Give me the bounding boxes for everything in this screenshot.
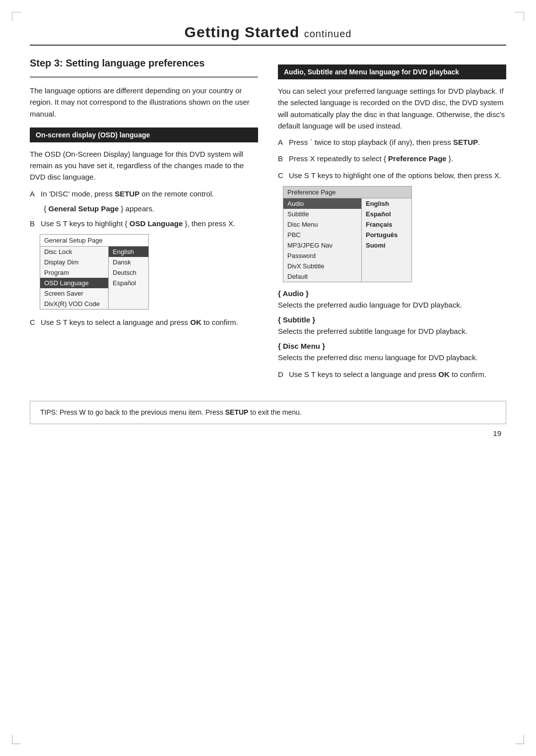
osd-section-header: On-screen display (OSD) language bbox=[30, 127, 258, 142]
sub-step-appears: { General Setup Page } appears. bbox=[40, 204, 258, 213]
osd-row-disc-lock: Disc Lock bbox=[40, 247, 108, 257]
subtitle-brace-title: { Subtitle } bbox=[278, 315, 506, 324]
right-step-d-content: Use S T keys to select a language and pr… bbox=[289, 369, 506, 380]
right-step-c-content: Use S T keys to highlight one of the opt… bbox=[289, 170, 506, 181]
right-step-c: C Use S T keys to highlight one of the o… bbox=[278, 170, 506, 181]
right-step-a-letter: A bbox=[278, 136, 285, 148]
pref-row-default: Default bbox=[283, 271, 361, 282]
step-b-content: Use S T keys to highlight { OSD Language… bbox=[41, 218, 258, 229]
pref-row-password: Password bbox=[283, 251, 361, 261]
osd-lang-deutsch: Deutsch bbox=[109, 267, 148, 278]
osd-body-text: The OSD (On-Screen Display) language for… bbox=[30, 148, 258, 183]
right-column: Audio, Subtitle and Menu language for DV… bbox=[278, 57, 506, 385]
tips-text: TIPS: Press W to go back to the previous… bbox=[40, 408, 302, 416]
pref-row-disc-menu: Disc Menu bbox=[283, 219, 361, 230]
pref-table-body: Audio Subtitle Disc Menu PBC MP3/JPEG Na… bbox=[283, 198, 411, 282]
pref-lang-portugues: Português bbox=[362, 230, 411, 240]
osd-row-osd-language: OSD Language bbox=[40, 278, 108, 288]
right-step-b-content: Press X repeatedly to select { Preferenc… bbox=[289, 153, 506, 164]
audio-brace-title: { Audio } bbox=[278, 289, 506, 298]
pref-lang-francais: Français bbox=[362, 219, 411, 230]
osd-table-right: English Dansk Deutsch Español bbox=[109, 247, 148, 309]
step-b-letter: B bbox=[30, 218, 37, 229]
left-column: Step 3: Setting language preferences The… bbox=[30, 57, 262, 385]
pref-table-title: Preference Page bbox=[283, 187, 411, 198]
osd-table-body: Disc Lock Display Dim Program OSD Langua… bbox=[40, 247, 148, 309]
osd-lang-dansk: Dansk bbox=[109, 257, 148, 267]
right-step-d-letter: D bbox=[278, 369, 285, 380]
step-a-letter: A bbox=[30, 188, 37, 199]
pref-table-left: Audio Subtitle Disc Menu PBC MP3/JPEG Na… bbox=[283, 198, 362, 282]
page-title: Getting Started continued bbox=[30, 24, 506, 41]
pref-row-mp3-jpeg: MP3/JPEG Nav bbox=[283, 240, 361, 251]
step-a: A In 'DISC' mode, press SETUP on the rem… bbox=[30, 188, 258, 199]
pref-lang-espanol: Español bbox=[362, 209, 411, 219]
page-container: Getting Started continued English Step 3… bbox=[0, 0, 536, 467]
audio-intro-text: You can select your preferred language s… bbox=[278, 85, 506, 131]
audio-section-header: Audio, Subtitle and Menu language for DV… bbox=[278, 64, 506, 79]
osd-row-program: Program bbox=[40, 267, 108, 278]
audio-brace-section: { Audio } Selects the preferred audio la… bbox=[278, 289, 506, 311]
pref-row-divx-subtitle: DivX Subtitle bbox=[283, 261, 361, 271]
right-step-a-content: Press ` twice to stop playback (if any),… bbox=[289, 136, 506, 148]
pref-table: Preference Page Audio Subtitle Disc Menu… bbox=[283, 186, 412, 282]
osd-lang-english: English bbox=[109, 247, 148, 257]
pref-row-audio: Audio bbox=[283, 198, 361, 209]
pref-row-subtitle: Subtitle bbox=[283, 209, 361, 219]
right-step-b: B Press X repeatedly to select { Prefere… bbox=[278, 153, 506, 164]
step-divider bbox=[30, 76, 258, 78]
page-header: Getting Started continued bbox=[30, 24, 506, 46]
intro-text: The language options are different depen… bbox=[30, 85, 258, 120]
corner-mark-br bbox=[515, 735, 524, 744]
pref-lang-english: English bbox=[362, 198, 411, 209]
step-c-left-content: Use S T keys to select a language and pr… bbox=[41, 316, 258, 328]
step-c-left-letter: C bbox=[30, 316, 37, 328]
pref-row-pbc: PBC bbox=[283, 230, 361, 240]
audio-brace-text: Selects the preferred audio language for… bbox=[278, 299, 506, 311]
osd-table-left: Disc Lock Display Dim Program OSD Langua… bbox=[40, 247, 109, 309]
osd-table-title: General Setup Page bbox=[40, 235, 148, 247]
disc-menu-brace-title: { Disc Menu } bbox=[278, 342, 506, 350]
disc-menu-brace-section: { Disc Menu } Selects the preferred disc… bbox=[278, 342, 506, 363]
osd-table: General Setup Page Disc Lock Display Dim… bbox=[40, 234, 149, 310]
osd-row-divx-vod: DivX(R) VOD Code bbox=[40, 299, 108, 309]
pref-table-right: English Español Français Português Suomi bbox=[362, 198, 411, 282]
step-b: B Use S T keys to highlight { OSD Langua… bbox=[30, 218, 258, 229]
right-step-b-letter: B bbox=[278, 153, 285, 164]
step-a-content: In 'DISC' mode, press SETUP on the remot… bbox=[41, 188, 258, 199]
subtitle-brace-section: { Subtitle } Selects the preferred subti… bbox=[278, 315, 506, 337]
page-number: 19 bbox=[30, 429, 506, 438]
tips-bar: TIPS: Press W to go back to the previous… bbox=[30, 401, 506, 424]
osd-lang-espanol: Español bbox=[109, 278, 148, 288]
content-columns: Step 3: Setting language preferences The… bbox=[30, 57, 506, 385]
osd-row-display-dim: Display Dim bbox=[40, 257, 108, 267]
step-c-left: C Use S T keys to select a language and … bbox=[30, 316, 258, 328]
osd-row-screen-saver: Screen Saver bbox=[40, 288, 108, 299]
corner-mark-bl bbox=[12, 735, 21, 744]
right-step-c-letter: C bbox=[278, 170, 285, 181]
step-heading: Step 3: Setting language preferences bbox=[30, 57, 258, 69]
right-step-a: A Press ` twice to stop playback (if any… bbox=[278, 136, 506, 148]
right-step-d: D Use S T keys to select a language and … bbox=[278, 369, 506, 380]
subtitle-brace-text: Selects the preferred subtitle language … bbox=[278, 325, 506, 337]
disc-menu-brace-text: Selects the preferred disc menu language… bbox=[278, 352, 506, 363]
pref-lang-suomi: Suomi bbox=[362, 240, 411, 251]
